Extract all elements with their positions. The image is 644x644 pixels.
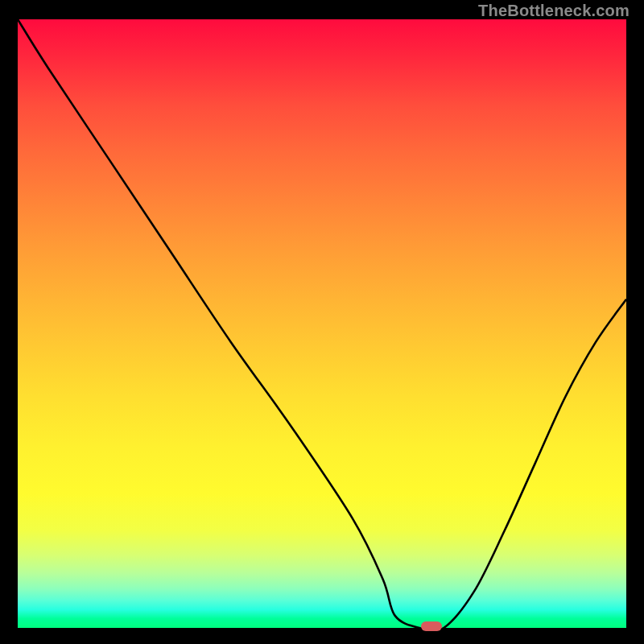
optimal-marker (421, 621, 442, 631)
watermark-text: TheBottleneck.com (478, 2, 630, 20)
chart-area (18, 19, 626, 628)
bottleneck-curve (18, 19, 626, 628)
